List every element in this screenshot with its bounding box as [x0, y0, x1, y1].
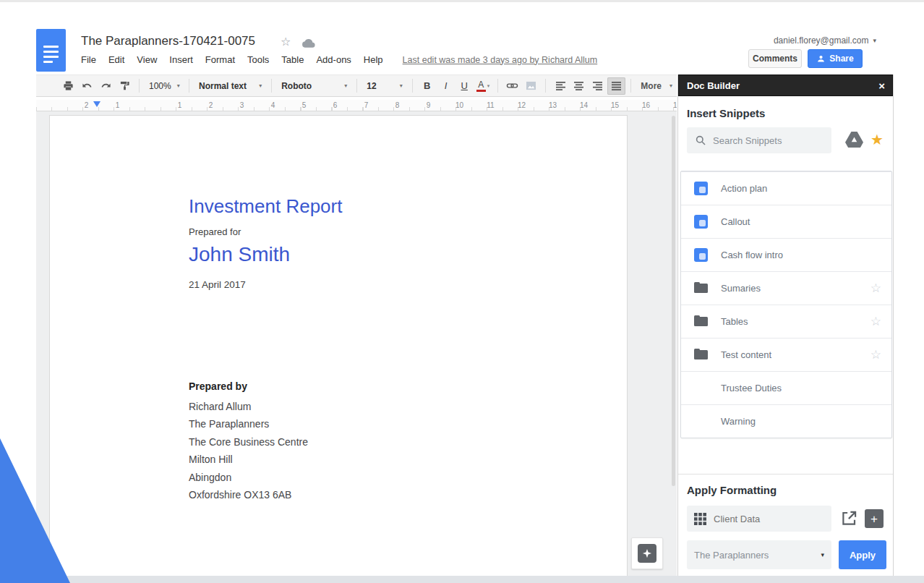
document-canvas: Investment Report Prepared for John Smit…	[36, 111, 677, 576]
more-button[interactable]: More ▾	[636, 77, 677, 95]
explore-button[interactable]	[631, 537, 663, 569]
snippet-item[interactable]: Trustee Duties	[681, 371, 891, 404]
report-date: 21 April 2017	[189, 279, 246, 290]
star-outline-icon[interactable]: ☆	[870, 315, 881, 328]
indent-marker[interactable]	[93, 101, 100, 107]
account-menu[interactable]: daniel.florey@gmail.com ▾	[774, 35, 876, 46]
text-color-button[interactable]: A ▾	[474, 77, 492, 95]
ruler-number: 9	[413, 101, 444, 109]
saved-to-drive-icon[interactable]	[301, 38, 315, 48]
snippet-icon	[694, 215, 708, 229]
favorites-star-icon[interactable]: ★	[870, 129, 884, 150]
drive-icon[interactable]	[845, 132, 863, 148]
snippet-list: Action plan Callout Cash flow intro Suma…	[680, 171, 892, 438]
apply-button[interactable]: Apply	[839, 540, 886, 569]
chevron-down-icon: ▾	[487, 83, 490, 89]
insert-image-button[interactable]	[522, 77, 541, 95]
bold-button[interactable]: B	[418, 77, 437, 95]
chevron-down-icon: ▾	[259, 82, 262, 89]
ruler-number: 1	[164, 101, 195, 109]
chevron-down-icon: ▾	[821, 551, 824, 558]
ruler-number: 5	[288, 101, 320, 109]
snippet-item[interactable]: Callout	[681, 205, 891, 238]
snippet-item[interactable]: Tables ☆	[681, 305, 891, 338]
align-left-button[interactable]	[551, 77, 570, 95]
ruler-number: 12	[506, 101, 537, 109]
formatting-profile-select[interactable]: The Paraplanners ▾	[687, 540, 831, 569]
star-document-icon[interactable]: ☆	[281, 36, 291, 48]
menu-item[interactable]: Table	[281, 54, 304, 65]
align-center-button[interactable]	[570, 77, 589, 95]
undo-button[interactable]	[78, 77, 97, 95]
zoom-select[interactable]: 100% ▾	[145, 77, 184, 95]
text-color-swatch	[476, 90, 486, 92]
report-title: Investment Report	[189, 195, 342, 218]
share-button[interactable]: Share	[808, 49, 863, 68]
paragraph-style-select[interactable]: Normal text ▾	[194, 77, 266, 95]
paint-format-button[interactable]	[115, 77, 134, 95]
snippet-item[interactable]: Action plan	[681, 171, 891, 205]
document-title[interactable]: The Paraplanners-170421-0075	[81, 34, 255, 48]
prepared-for-label: Prepared for	[189, 226, 241, 237]
menu-item[interactable]: Format	[205, 54, 235, 65]
doc-builder-sidebar: Doc Builder × Insert Snippets ★ Action p…	[677, 75, 894, 576]
client-data-field[interactable]	[687, 506, 831, 532]
open-in-new-icon[interactable]	[840, 509, 858, 527]
google-docs-logo[interactable]	[36, 29, 66, 72]
apply-formatting-heading: Apply Formatting	[687, 484, 777, 496]
ruler-number: 1	[102, 101, 133, 109]
search-input[interactable]	[687, 127, 831, 153]
ruler-number: 16	[630, 101, 662, 109]
snippet-label: Cash flow intro	[721, 250, 881, 260]
profile-value: The Paraplanners	[694, 550, 769, 561]
snippet-icon	[694, 281, 708, 295]
insert-link-button[interactable]	[503, 77, 522, 95]
menu-item[interactable]: Edit	[108, 54, 124, 65]
chevron-down-icon: ▾	[177, 82, 180, 89]
ruler[interactable]: 21123456789101112131415161718	[36, 100, 677, 111]
italic-button[interactable]: I	[437, 77, 455, 95]
menu-item[interactable]: Add-ons	[316, 54, 351, 65]
snippet-item[interactable]: Sumaries ☆	[681, 271, 891, 305]
document-text-line: Richard Allum	[189, 398, 308, 415]
underline-button[interactable]: U	[455, 77, 474, 95]
snippet-item[interactable]: Cash flow intro	[681, 238, 891, 271]
account-email: daniel.florey@gmail.com	[774, 35, 869, 46]
formatting-toolbar: 100% ▾ Normal text ▾ Roboto ▾ 12 ▾ B I U…	[36, 75, 677, 97]
snippet-icon	[694, 315, 708, 328]
align-justify-button[interactable]	[607, 77, 626, 95]
client-data-input[interactable]	[714, 514, 815, 524]
menu-item[interactable]: View	[137, 54, 157, 65]
ruler-number: 4	[257, 101, 288, 109]
ruler-number: 17	[662, 101, 677, 109]
document-text-line: Oxfordshire OX13 6AB	[189, 486, 308, 503]
snippet-label: Test content	[721, 349, 870, 360]
document-text-line: Abingdon	[189, 469, 308, 486]
redo-button[interactable]	[97, 77, 116, 95]
ruler-numbers: 21123456789101112131415161718	[71, 101, 677, 109]
star-outline-icon[interactable]: ☆	[870, 349, 881, 361]
menu-item[interactable]: Help	[364, 54, 383, 65]
menu-item[interactable]: Tools	[247, 54, 269, 65]
font-select[interactable]: Roboto ▾	[277, 77, 351, 95]
add-button[interactable]: +	[865, 509, 884, 528]
client-name: John Smith	[189, 243, 290, 266]
font-size-value: 12	[367, 81, 376, 91]
snippet-item[interactable]: Warning	[681, 404, 891, 438]
snippet-label: Warning	[721, 416, 881, 427]
snippet-item[interactable]: Test content ☆	[681, 338, 891, 371]
close-icon[interactable]: ×	[878, 80, 885, 91]
document-page[interactable]: Investment Report Prepared for John Smit…	[49, 115, 628, 576]
snippet-label: Callout	[721, 216, 881, 227]
font-size-select[interactable]: 12 ▾	[362, 77, 407, 95]
comments-button[interactable]: Comments	[748, 49, 802, 68]
star-outline-icon[interactable]: ☆	[870, 282, 881, 294]
print-button[interactable]	[59, 77, 78, 95]
last-edit-link[interactable]: Last edit was made 3 days ago by Richard…	[403, 55, 598, 65]
align-right-button[interactable]	[589, 77, 607, 95]
chevron-down-icon: ▾	[344, 82, 347, 89]
menu-item[interactable]: Insert	[169, 54, 193, 65]
menu-bar: FileEditViewInsertFormatToolsTableAdd-on…	[81, 54, 597, 65]
vertical-scrollbar[interactable]	[672, 116, 675, 486]
menu-item[interactable]: File	[81, 54, 96, 65]
